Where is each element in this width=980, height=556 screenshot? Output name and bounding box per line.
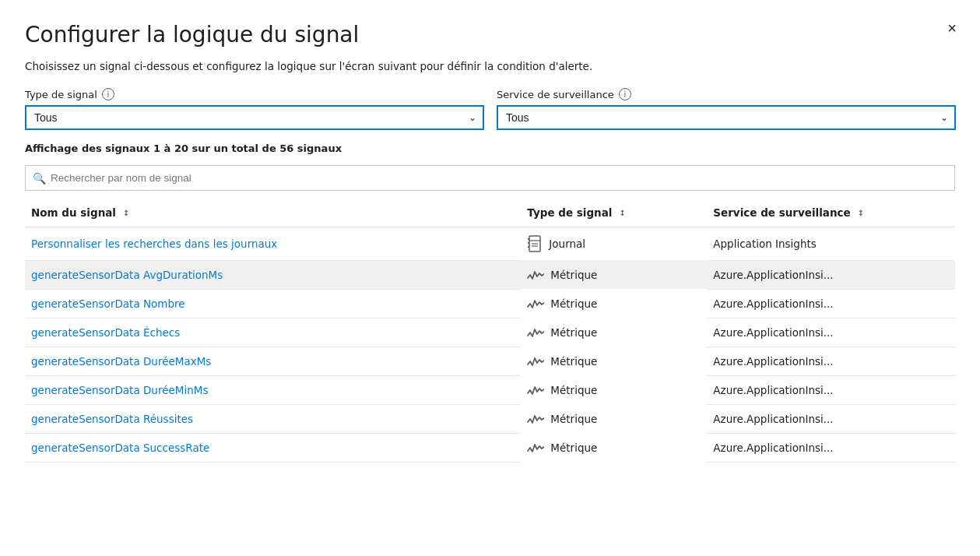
service-cell: Azure.ApplicationInsi... (707, 433, 955, 462)
service-cell: Azure.ApplicationInsi... (707, 375, 955, 404)
signal-type-group: Type de signal i Tous Métrique Journal ⌄ (25, 88, 484, 130)
type-label: Métrique (550, 269, 597, 281)
type-label: Journal (549, 238, 585, 250)
type-label: Métrique (550, 355, 597, 368)
type-label: Métrique (550, 326, 597, 339)
service-cell: Azure.ApplicationInsi... (707, 289, 955, 318)
signal-type-info-icon: i (102, 88, 114, 100)
table-header: Nom du signal ↕ Type de signal ↕ Service… (25, 199, 955, 227)
panel: Configurer la logique du signal × Choisi… (0, 0, 980, 556)
svg-rect-5 (528, 242, 529, 244)
type-label: Métrique (550, 384, 597, 396)
signal-type-dropdown-wrapper: Tous Métrique Journal ⌄ (25, 105, 484, 130)
signal-type-cell: Métrique (521, 318, 707, 347)
service-cell: Azure.ApplicationInsi... (707, 404, 955, 433)
surveillance-dropdown-wrapper: Tous Application Insights Azure.Applicat… (497, 105, 956, 130)
signal-name-link[interactable]: generateSensorData DuréeMinMs (31, 384, 208, 396)
surveillance-label: Service de surveillance i (497, 88, 956, 100)
search-wrapper: 🔍 (25, 165, 955, 191)
signal-name-cell: generateSensorData AvgDurationMs (25, 260, 521, 289)
signal-name-link[interactable]: generateSensorData AvgDurationMs (31, 269, 223, 281)
surveillance-select[interactable]: Tous Application Insights Azure.Applicat… (497, 105, 956, 130)
service-cell: Azure.ApplicationInsi... (707, 260, 955, 289)
service-cell: Application Insights (707, 227, 955, 261)
sort-surveillance-icon[interactable]: ↕ (857, 209, 863, 217)
signal-name-cell: generateSensorData Nombre (25, 289, 521, 318)
surveillance-group: Service de surveillance i Tous Applicati… (497, 88, 956, 130)
signal-type-cell: Métrique (521, 289, 707, 318)
signal-type-select[interactable]: Tous Métrique Journal (25, 105, 484, 130)
signal-type-cell: Métrique (521, 433, 707, 462)
metric-icon (527, 442, 544, 454)
metric-icon (527, 269, 544, 281)
signal-type-cell: Métrique (521, 375, 707, 404)
type-label: Métrique (550, 413, 597, 425)
signal-name-link[interactable]: generateSensorData Réussites (31, 413, 193, 425)
signal-name-cell: generateSensorData SuccessRate (25, 433, 521, 462)
panel-title: Configurer la logique du signal (25, 22, 955, 48)
metric-icon (527, 297, 544, 310)
table-row[interactable]: generateSensorData Réussites MétriqueAzu… (25, 404, 955, 433)
metric-icon (527, 355, 544, 368)
signal-name-cell: generateSensorData DuréeMaxMs (25, 347, 521, 375)
service-cell: Azure.ApplicationInsi... (707, 318, 955, 347)
signal-type-label: Type de signal i (25, 88, 484, 100)
signal-type-cell: Métrique (521, 404, 707, 433)
table-row[interactable]: generateSensorData DuréeMaxMs MétriqueAz… (25, 347, 955, 375)
search-icon: 🔍 (33, 172, 46, 185)
svg-rect-6 (528, 246, 529, 248)
search-input[interactable] (25, 165, 955, 191)
table-row[interactable]: generateSensorData DuréeMinMs MétriqueAz… (25, 375, 955, 404)
signal-name-cell: generateSensorData DuréeMinMs (25, 375, 521, 404)
surveillance-info-icon: i (619, 88, 631, 100)
service-cell: Azure.ApplicationInsi... (707, 347, 955, 375)
table-row[interactable]: generateSensorData Nombre MétriqueAzure.… (25, 289, 955, 318)
signal-name-cell: generateSensorData Réussites (25, 404, 521, 433)
signal-count: Affichage des signaux 1 à 20 sur un tota… (25, 143, 955, 154)
signal-name-link[interactable]: generateSensorData Nombre (31, 297, 185, 310)
th-signal-name: Nom du signal ↕ (25, 199, 521, 227)
signal-type-cell: Journal (521, 227, 707, 261)
sort-signal-type-icon[interactable]: ↕ (619, 209, 625, 217)
table-row[interactable]: generateSensorData AvgDurationMs Métriqu… (25, 260, 955, 289)
signal-name-cell: Personnaliser les recherches dans les jo… (25, 227, 521, 261)
subtitle: Choisissez un signal ci-dessous et confi… (25, 60, 955, 72)
signal-type-cell: Métrique (521, 260, 707, 289)
metric-icon (527, 413, 544, 425)
sort-signal-name-icon[interactable]: ↕ (123, 209, 129, 217)
signal-name-link[interactable]: generateSensorData DuréeMaxMs (31, 355, 211, 368)
signal-name-link[interactable]: Personnaliser les recherches dans les jo… (31, 238, 277, 250)
table-body: Personnaliser les recherches dans les jo… (25, 227, 955, 463)
th-signal-type: Type de signal ↕ (521, 199, 707, 227)
table-row[interactable]: generateSensorData SuccessRate MétriqueA… (25, 433, 955, 462)
journal-icon (527, 235, 543, 252)
type-label: Métrique (550, 442, 597, 454)
metric-icon (527, 326, 544, 339)
type-label: Métrique (550, 297, 597, 310)
signals-table: Nom du signal ↕ Type de signal ↕ Service… (25, 199, 955, 463)
table-row[interactable]: Personnaliser les recherches dans les jo… (25, 227, 955, 261)
table-row[interactable]: generateSensorData Échecs MétriqueAzure.… (25, 318, 955, 347)
close-button[interactable]: × (940, 16, 964, 40)
svg-rect-4 (528, 238, 529, 240)
signal-name-link[interactable]: generateSensorData Échecs (31, 326, 180, 339)
signal-name-cell: generateSensorData Échecs (25, 318, 521, 347)
metric-icon (527, 384, 544, 396)
signal-type-cell: Métrique (521, 347, 707, 375)
dropdowns-row: Type de signal i Tous Métrique Journal ⌄… (25, 88, 955, 130)
th-surveillance: Service de surveillance ↕ (707, 199, 955, 227)
signal-name-link[interactable]: generateSensorData SuccessRate (31, 442, 209, 454)
